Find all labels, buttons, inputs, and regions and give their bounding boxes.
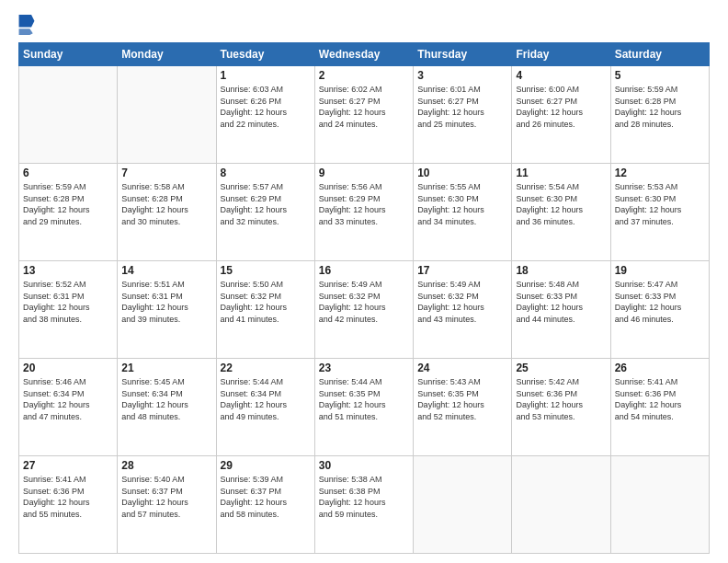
calendar-header-row: SundayMondayTuesdayWednesdayThursdayFrid… (19, 43, 710, 66)
cell-info: Sunrise: 5:51 AM Sunset: 6:31 PM Dayligh… (121, 279, 211, 325)
calendar-cell (512, 456, 610, 554)
day-number: 2 (319, 69, 409, 82)
calendar-week-row: 1Sunrise: 6:03 AM Sunset: 6:26 PM Daylig… (19, 66, 710, 164)
day-number: 29 (221, 459, 311, 472)
svg-marker-1 (19, 29, 33, 35)
day-number: 28 (121, 459, 211, 472)
calendar-day-header: Wednesday (314, 43, 413, 66)
day-number: 1 (221, 69, 311, 82)
cell-info: Sunrise: 5:40 AM Sunset: 6:37 PM Dayligh… (121, 474, 211, 520)
calendar-cell: 16Sunrise: 5:49 AM Sunset: 6:32 PM Dayli… (314, 261, 413, 359)
cell-info: Sunrise: 5:53 AM Sunset: 6:30 PM Dayligh… (615, 181, 705, 227)
calendar-cell: 19Sunrise: 5:47 AM Sunset: 6:33 PM Dayli… (610, 261, 709, 359)
cell-info: Sunrise: 5:54 AM Sunset: 6:30 PM Dayligh… (516, 181, 606, 227)
cell-info: Sunrise: 5:42 AM Sunset: 6:36 PM Dayligh… (516, 376, 606, 422)
calendar-cell (19, 66, 118, 164)
day-number: 7 (121, 167, 211, 179)
day-number: 13 (23, 264, 113, 277)
day-number: 17 (417, 264, 507, 277)
calendar-cell: 28Sunrise: 5:40 AM Sunset: 6:37 PM Dayli… (118, 456, 216, 554)
calendar-week-row: 13Sunrise: 5:52 AM Sunset: 6:31 PM Dayli… (19, 261, 710, 359)
cell-info: Sunrise: 6:02 AM Sunset: 6:27 PM Dayligh… (319, 84, 409, 130)
cell-info: Sunrise: 5:46 AM Sunset: 6:34 PM Dayligh… (23, 376, 113, 422)
day-number: 16 (319, 264, 409, 277)
calendar-day-header: Saturday (610, 43, 709, 66)
cell-info: Sunrise: 5:59 AM Sunset: 6:28 PM Dayligh… (615, 84, 705, 130)
day-number: 12 (615, 167, 705, 179)
calendar-cell (610, 456, 709, 554)
calendar-cell: 6Sunrise: 5:59 AM Sunset: 6:28 PM Daylig… (19, 164, 118, 261)
cell-info: Sunrise: 5:58 AM Sunset: 6:28 PM Dayligh… (121, 181, 211, 227)
calendar-week-row: 27Sunrise: 5:41 AM Sunset: 6:36 PM Dayli… (19, 456, 710, 554)
day-number: 26 (615, 362, 705, 374)
day-number: 24 (417, 362, 507, 374)
cell-info: Sunrise: 5:50 AM Sunset: 6:32 PM Dayligh… (221, 279, 311, 325)
cell-info: Sunrise: 5:44 AM Sunset: 6:34 PM Dayligh… (221, 376, 311, 422)
calendar-cell: 26Sunrise: 5:41 AM Sunset: 6:36 PM Dayli… (610, 359, 709, 456)
cell-info: Sunrise: 5:41 AM Sunset: 6:36 PM Dayligh… (23, 474, 113, 520)
calendar-cell: 17Sunrise: 5:49 AM Sunset: 6:32 PM Dayli… (414, 261, 512, 359)
cell-info: Sunrise: 5:47 AM Sunset: 6:33 PM Dayligh… (615, 279, 705, 325)
calendar-cell: 18Sunrise: 5:48 AM Sunset: 6:33 PM Dayli… (512, 261, 610, 359)
calendar-cell: 24Sunrise: 5:43 AM Sunset: 6:35 PM Dayli… (414, 359, 512, 456)
day-number: 6 (23, 167, 113, 179)
cell-info: Sunrise: 6:00 AM Sunset: 6:27 PM Dayligh… (516, 84, 606, 130)
calendar-cell: 20Sunrise: 5:46 AM Sunset: 6:34 PM Dayli… (19, 359, 118, 456)
calendar-cell: 9Sunrise: 5:56 AM Sunset: 6:29 PM Daylig… (314, 164, 413, 261)
calendar-cell: 7Sunrise: 5:58 AM Sunset: 6:28 PM Daylig… (118, 164, 216, 261)
cell-info: Sunrise: 5:56 AM Sunset: 6:29 PM Dayligh… (319, 181, 409, 227)
day-number: 11 (516, 167, 606, 179)
calendar-cell: 10Sunrise: 5:55 AM Sunset: 6:30 PM Dayli… (414, 164, 512, 261)
day-number: 22 (221, 362, 311, 374)
cell-info: Sunrise: 6:01 AM Sunset: 6:27 PM Dayligh… (417, 84, 507, 130)
day-number: 23 (319, 362, 409, 374)
calendar-cell: 29Sunrise: 5:39 AM Sunset: 6:37 PM Dayli… (216, 456, 314, 554)
logo (18, 15, 39, 35)
calendar-day-header: Tuesday (216, 43, 314, 66)
calendar-day-header: Thursday (414, 43, 512, 66)
day-number: 4 (516, 69, 606, 82)
day-number: 8 (221, 167, 311, 179)
calendar-cell: 14Sunrise: 5:51 AM Sunset: 6:31 PM Dayli… (118, 261, 216, 359)
calendar-cell: 25Sunrise: 5:42 AM Sunset: 6:36 PM Dayli… (512, 359, 610, 456)
calendar-cell: 15Sunrise: 5:50 AM Sunset: 6:32 PM Dayli… (216, 261, 314, 359)
day-number: 25 (516, 362, 606, 374)
day-number: 30 (319, 459, 409, 472)
day-number: 27 (23, 459, 113, 472)
cell-info: Sunrise: 5:41 AM Sunset: 6:36 PM Dayligh… (615, 376, 705, 422)
svg-marker-0 (19, 15, 35, 28)
day-number: 19 (615, 264, 705, 277)
day-number: 20 (23, 362, 113, 374)
day-number: 21 (121, 362, 211, 374)
calendar-cell: 30Sunrise: 5:38 AM Sunset: 6:38 PM Dayli… (314, 456, 413, 554)
calendar-week-row: 6Sunrise: 5:59 AM Sunset: 6:28 PM Daylig… (19, 164, 710, 261)
calendar-day-header: Monday (118, 43, 216, 66)
logo-icon (18, 15, 35, 35)
cell-info: Sunrise: 5:39 AM Sunset: 6:37 PM Dayligh… (221, 474, 311, 520)
calendar-week-row: 20Sunrise: 5:46 AM Sunset: 6:34 PM Dayli… (19, 359, 710, 456)
calendar-cell: 1Sunrise: 6:03 AM Sunset: 6:26 PM Daylig… (216, 66, 314, 164)
cell-info: Sunrise: 6:03 AM Sunset: 6:26 PM Dayligh… (221, 84, 311, 130)
cell-info: Sunrise: 5:57 AM Sunset: 6:29 PM Dayligh… (221, 181, 311, 227)
header (18, 15, 710, 35)
calendar-cell: 22Sunrise: 5:44 AM Sunset: 6:34 PM Dayli… (216, 359, 314, 456)
calendar-day-header: Sunday (19, 43, 118, 66)
page: SundayMondayTuesdayWednesdayThursdayFrid… (0, 0, 728, 563)
calendar-cell: 23Sunrise: 5:44 AM Sunset: 6:35 PM Dayli… (314, 359, 413, 456)
day-number: 14 (121, 264, 211, 277)
calendar-cell: 3Sunrise: 6:01 AM Sunset: 6:27 PM Daylig… (414, 66, 512, 164)
calendar-cell: 5Sunrise: 5:59 AM Sunset: 6:28 PM Daylig… (610, 66, 709, 164)
day-number: 18 (516, 264, 606, 277)
calendar-cell: 27Sunrise: 5:41 AM Sunset: 6:36 PM Dayli… (19, 456, 118, 554)
cell-info: Sunrise: 5:49 AM Sunset: 6:32 PM Dayligh… (319, 279, 409, 325)
cell-info: Sunrise: 5:38 AM Sunset: 6:38 PM Dayligh… (319, 474, 409, 520)
calendar-cell (118, 66, 216, 164)
day-number: 15 (221, 264, 311, 277)
calendar-cell: 21Sunrise: 5:45 AM Sunset: 6:34 PM Dayli… (118, 359, 216, 456)
cell-info: Sunrise: 5:48 AM Sunset: 6:33 PM Dayligh… (516, 279, 606, 325)
calendar-cell: 11Sunrise: 5:54 AM Sunset: 6:30 PM Dayli… (512, 164, 610, 261)
cell-info: Sunrise: 5:45 AM Sunset: 6:34 PM Dayligh… (121, 376, 211, 422)
day-number: 3 (417, 69, 507, 82)
calendar-cell: 2Sunrise: 6:02 AM Sunset: 6:27 PM Daylig… (314, 66, 413, 164)
cell-info: Sunrise: 5:49 AM Sunset: 6:32 PM Dayligh… (417, 279, 507, 325)
